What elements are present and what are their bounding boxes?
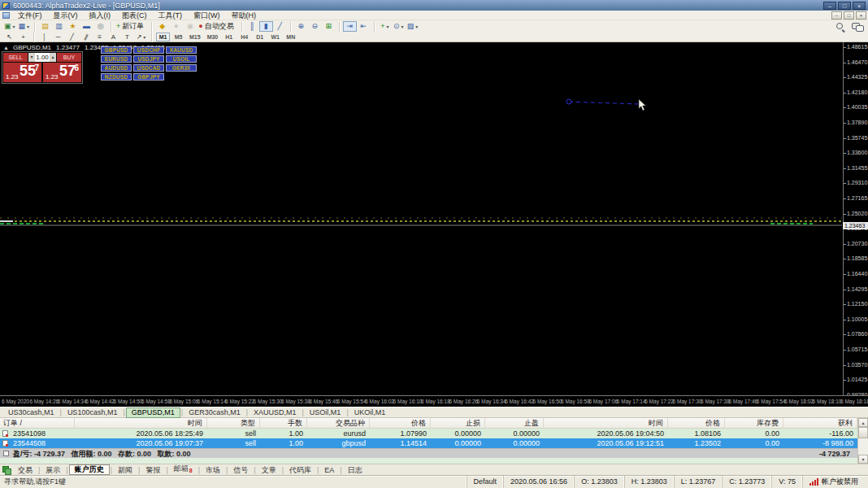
symbol-tile-usdcad[interactable]: USDCAD [133,64,164,72]
autotrading-button[interactable]: ●自动交易 [197,21,237,32]
chart-shift-button[interactable]: ⇤ [357,21,371,32]
chart-tab-GER30cash,M1[interactable]: GER30cash,M1 [184,407,245,417]
sell-button[interactable]: SELL [3,53,28,62]
orders-column-header[interactable]: 时间 [75,418,207,429]
terminal-tab-代码库[interactable]: 代码库 [284,465,316,475]
terminal-tab-信号[interactable]: 信号 [228,465,253,475]
indicators-button[interactable]: +▾ [378,21,392,32]
shapes-arrows-button[interactable]: ↗▾ [134,33,148,41]
terminal-button[interactable]: ▬ [80,21,93,32]
menu-item-窗口(W)[interactable]: 窗口(W) [188,11,226,20]
sell-price-button[interactable]: 1.23 55 7 [3,63,41,82]
trendline-button[interactable]: ╱ [65,33,79,41]
profiles-button[interactable]: ▦▾ [17,21,32,32]
indicators-dropdown-arrow-icon[interactable]: ▾ [386,24,388,29]
orders-column-header[interactable]: 止损 [431,418,485,429]
chart-restore-button[interactable]: □ [844,11,854,20]
terminal-tab-展示[interactable]: 展示 [41,465,65,475]
trendline-anchor-point[interactable] [566,99,571,104]
timeframe-h4[interactable]: H4 [237,33,251,41]
orders-column-header[interactable]: 交易品种 [307,418,370,429]
timeframe-m5[interactable]: M5 [171,33,185,41]
order-row-23541098[interactable]: 235410982020.05.06 18:25:49sell1.00eurus… [0,429,857,438]
horizontal-line-button[interactable]: ─ [51,33,65,41]
orders-column-header[interactable]: 价格 [668,418,725,429]
periods-dropdown-arrow-icon[interactable]: ▾ [401,24,404,29]
price-scale[interactable]: 1.486151.464701.443251.421801.400351.378… [843,42,868,395]
orders-column-header[interactable]: 价格 [370,418,431,429]
chart-tab-GBPUSD,M1[interactable]: GBPUSD,M1 [126,407,180,418]
chart-minimize-button[interactable]: – [831,11,842,20]
chart-tab-USOil,M1[interactable]: USOil,M1 [305,407,346,417]
menu-item-帮助(H)[interactable]: 帮助(H) [226,11,263,20]
fibonacci-button[interactable]: ≡ [93,33,106,41]
shapes-arrows-dropdown-arrow-icon[interactable]: ▾ [143,34,145,40]
terminal-tab-交易[interactable]: 交易 [13,465,37,475]
templates-button[interactable]: ▨▾ [406,21,420,32]
buy-price-button[interactable]: 1.23 57 6 [43,63,81,82]
orders-column-header[interactable]: 时间 [544,418,668,429]
symbol-tile-audusd[interactable]: AUDUSD [101,64,132,72]
terminal-tab-账户历史[interactable]: 账户历史 [69,464,110,475]
time-axis[interactable]: 6 May 20206 May 14:266 May 14:346 May 14… [0,395,868,407]
orders-column-header[interactable]: 类型 [207,418,260,429]
timeframe-m15[interactable]: M15 [187,33,203,41]
text-button[interactable]: A [106,33,120,41]
timeframe-m1[interactable]: M1 [156,33,170,41]
menu-item-文件(F)[interactable]: 文件(F) [12,11,48,20]
volume-value[interactable]: 1.00 [35,54,50,61]
connection-status[interactable]: 帐户被禁用 [802,476,868,488]
auto-scroll-button[interactable]: ⇥ [343,21,357,32]
metaeditor-button[interactable]: ◆ [155,21,169,32]
menu-item-插入(I)[interactable]: 插入(I) [84,11,117,20]
scroll-down-icon[interactable]: ▾ [858,455,868,464]
timeframe-mn[interactable]: MN [284,33,297,41]
orders-column-header[interactable]: 止盈 [485,418,544,429]
summary-checkbox[interactable] [3,451,9,456]
terminal-scrollbar[interactable]: ▴ ▾ [857,418,868,464]
volume-down-button[interactable]: ▾ [28,53,35,62]
title-bar[interactable]: 6000443: AlphaTradex2-Live - [GBPUSD,M1]… [0,0,868,11]
tile-windows-button[interactable]: ⊞ [322,21,336,32]
text-label-button[interactable]: T [120,33,134,41]
terminal-tab-日志[interactable]: 日志 [343,465,367,475]
new-chart-button[interactable]: ▣▾ [2,21,17,32]
community-chat-icon[interactable] [852,22,863,32]
symbol-tile-usdjpy[interactable]: USDJPY [133,55,164,63]
maximize-button[interactable]: □ [838,2,851,10]
menu-item-图表(C)[interactable]: 图表(C) [116,11,153,20]
orders-column-header[interactable]: 库存费 [725,418,783,429]
symbol-tile-usoil[interactable]: USOIL [166,55,197,63]
terminal-tab-警报[interactable]: 警报 [141,465,165,475]
collapse-panel-icon[interactable]: ▲ [3,45,9,50]
market-watch-button[interactable]: ▤ [38,21,52,32]
new-order-button[interactable]: +新订单 [115,21,148,32]
menu-item-显示(V)[interactable]: 显示(V) [48,11,84,20]
periods-button[interactable]: ⊙▾ [392,21,406,32]
terminal-tab-文章[interactable]: 文章 [257,465,281,475]
chart-tab-UKOil,M1[interactable]: UKOil,M1 [349,407,391,417]
candlesticks-button[interactable]: ▮ [259,21,273,32]
templates-dropdown-arrow-icon[interactable]: ▾ [415,24,418,29]
cursor-button[interactable]: ↖ [2,33,16,41]
order-row-23544508[interactable]: 235445082020.05.06 19:07:37sell1.00gbpus… [0,438,857,448]
profiles-dropdown-arrow-icon[interactable]: ▾ [27,24,29,29]
scrollbar-thumb[interactable] [858,427,868,438]
timeframe-m30[interactable]: M30 [205,33,221,41]
new-chart-dropdown-arrow-icon[interactable]: ▾ [13,24,15,29]
timeframe-w1[interactable]: W1 [268,33,282,41]
chart-area[interactable]: ▲GBPUSD,M11.234771.234771.234571.23463 S… [0,42,868,407]
scroll-up-icon[interactable]: ▴ [858,418,868,427]
volume-up-button[interactable]: ▴ [50,53,56,62]
symbol-tile-xauusd[interactable]: XAUUSD [166,46,197,54]
minimize-button[interactable]: – [823,2,836,10]
timeframe-h1[interactable]: H1 [222,33,236,41]
crosshair-button[interactable]: + [16,33,30,41]
volume-spinner[interactable]: ▾ 1.00 ▴ [28,53,56,62]
symbol-tile-usdchf[interactable]: USDCHF [133,46,164,54]
chart-tab-US30cash,M1[interactable]: US30cash,M1 [3,407,59,417]
bar-chart-button[interactable]: ║ [245,21,259,32]
strategy-tester-button[interactable]: ◎ [93,21,107,32]
chart-tab-US100cash,M1[interactable]: US100cash,M1 [63,407,123,417]
vertical-line-button[interactable]: │ [37,33,51,41]
